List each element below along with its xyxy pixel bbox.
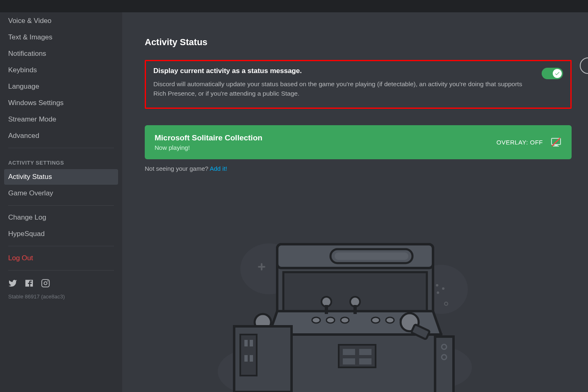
sidebar-item-change-log[interactable]: Change Log xyxy=(4,210,118,225)
version-text: Stable 86917 (ace8ac3) xyxy=(4,292,118,304)
instagram-icon[interactable] xyxy=(41,279,50,289)
close-button[interactable] xyxy=(580,57,588,74)
overlay-off-icon[interactable] xyxy=(550,137,562,147)
overlay-status-label: OVERLAY: OFF xyxy=(497,139,543,146)
sidebar-header-activity: ACTIVITY SETTINGS xyxy=(4,152,118,168)
game-name[interactable]: Microsoft Solitaire Collection xyxy=(155,133,262,142)
svg-rect-41 xyxy=(244,355,248,362)
settings-sidebar: Voice & Video Text & Images Notification… xyxy=(0,12,122,392)
svg-rect-21 xyxy=(325,305,328,314)
svg-rect-39 xyxy=(244,340,248,346)
svg-rect-34 xyxy=(343,358,355,364)
page-title: Activity Status xyxy=(145,37,572,48)
svg-point-28 xyxy=(386,317,394,323)
sidebar-item-windows-settings[interactable]: Windows Settings xyxy=(4,95,118,111)
sidebar-item-text-images[interactable]: Text & Images xyxy=(4,30,118,45)
not-seeing-text: Not seeing your game? Add it! xyxy=(145,165,572,172)
svg-rect-23 xyxy=(353,305,357,314)
svg-rect-38 xyxy=(240,335,257,376)
svg-point-24 xyxy=(312,317,320,323)
svg-point-27 xyxy=(371,317,380,323)
highlighted-setting: Display current activity as a status mes… xyxy=(145,60,572,109)
svg-rect-35 xyxy=(359,358,371,364)
not-seeing-label: Not seeing your game? xyxy=(145,165,210,172)
social-links xyxy=(4,275,118,292)
sidebar-item-keybinds[interactable]: Keybinds xyxy=(4,62,118,78)
content-area: Activity Status Display current activity… xyxy=(122,12,588,392)
setting-label: Display current activity as a status mes… xyxy=(153,67,533,75)
setting-description: Discord will automatically update your s… xyxy=(153,79,533,99)
game-status: Now playing! xyxy=(155,144,262,151)
svg-rect-4 xyxy=(554,144,558,146)
svg-point-11 xyxy=(436,284,438,287)
twitter-icon[interactable] xyxy=(8,279,17,289)
titlebar xyxy=(0,0,588,12)
sidebar-item-game-overlay[interactable]: Game Overlay xyxy=(4,186,118,201)
facebook-icon[interactable] xyxy=(25,279,34,289)
svg-point-25 xyxy=(326,317,335,323)
sidebar-item-activity-status[interactable]: Activity Status xyxy=(4,169,118,185)
sidebar-item-notifications[interactable]: Notifications xyxy=(4,46,118,62)
sidebar-item-logout[interactable]: Log Out xyxy=(4,250,118,266)
divider xyxy=(8,205,114,206)
add-game-link[interactable]: Add it! xyxy=(210,165,227,172)
svg-rect-18 xyxy=(335,252,408,260)
svg-point-13 xyxy=(437,291,439,294)
sidebar-item-advanced[interactable]: Advanced xyxy=(4,128,118,144)
divider xyxy=(8,246,114,246)
activity-status-toggle[interactable] xyxy=(542,68,563,79)
svg-rect-42 xyxy=(250,355,253,362)
sidebar-item-voice-video[interactable]: Voice & Video xyxy=(4,13,118,29)
sidebar-item-streamer-mode[interactable]: Streamer Mode xyxy=(4,112,118,127)
svg-point-26 xyxy=(341,317,349,323)
svg-point-2 xyxy=(47,280,48,281)
svg-rect-0 xyxy=(42,280,49,287)
arcade-illustration xyxy=(212,236,499,392)
svg-rect-5 xyxy=(553,146,559,147)
sidebar-item-language[interactable]: Language xyxy=(4,79,118,94)
now-playing-card: Microsoft Solitaire Collection Now playi… xyxy=(145,125,572,159)
sidebar-item-hypesquad[interactable]: HypeSquad xyxy=(4,226,118,242)
svg-point-1 xyxy=(44,282,47,284)
svg-rect-33 xyxy=(359,349,371,355)
toggle-knob xyxy=(553,69,562,78)
divider xyxy=(8,148,114,148)
svg-rect-32 xyxy=(343,349,355,355)
svg-point-12 xyxy=(442,287,444,290)
divider xyxy=(8,270,114,271)
svg-rect-40 xyxy=(250,340,253,346)
